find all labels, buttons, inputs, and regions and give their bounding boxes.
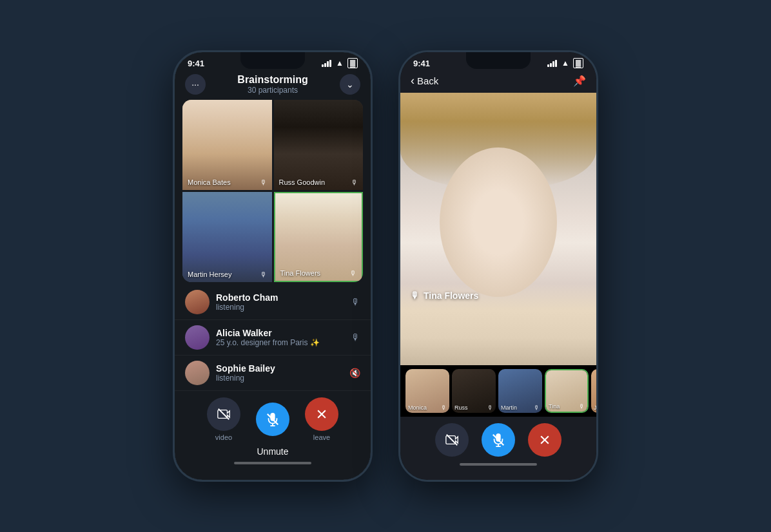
name-alicia: Alicia Walker bbox=[216, 328, 345, 338]
video-icon-2 bbox=[435, 423, 469, 457]
speaker-name: Tina Flowers bbox=[424, 290, 478, 301]
status-sophie: listening bbox=[216, 374, 343, 383]
status-time-2: 9:41 bbox=[413, 59, 430, 68]
video-button[interactable]: video bbox=[207, 397, 240, 441]
home-indicator-2 bbox=[460, 463, 537, 466]
face-oval bbox=[440, 147, 557, 298]
leave-button-2[interactable] bbox=[528, 423, 561, 457]
back-label: Back bbox=[417, 75, 438, 86]
signal-bars-2 bbox=[547, 60, 557, 67]
face-russ bbox=[274, 100, 364, 190]
back-chevron-icon: ‹ bbox=[411, 74, 415, 88]
list-item-mike[interactable]: Mike Lipsey 🎙 bbox=[175, 391, 371, 392]
thumb-mic-tina: 🎙 bbox=[579, 403, 585, 410]
signal-bar-2c bbox=[552, 61, 554, 67]
signal-bar-2 bbox=[324, 63, 326, 67]
signal-bar-4 bbox=[329, 60, 331, 67]
face-monica bbox=[182, 100, 272, 190]
mute-button-2[interactable] bbox=[482, 423, 515, 457]
video-cell-russ[interactable]: Russ Goodwin 🎙 bbox=[274, 100, 364, 190]
video-button-2[interactable] bbox=[435, 423, 469, 457]
info-alicia: Alicia Walker 25 y.o. designer from Pari… bbox=[216, 328, 345, 347]
video-grid: Monica Bates 🎙 Russ Goodwin 🎙 Martin Her… bbox=[182, 100, 363, 282]
mic-icon-alicia: 🎙 bbox=[351, 332, 360, 343]
thumb-russ[interactable]: Russ 🎙 bbox=[452, 369, 496, 413]
phone-detail-view: 9:41 ▲ ▓ ‹ Back bbox=[398, 50, 598, 482]
main-video-view[interactable]: 🎙 Tina Flowers bbox=[400, 93, 596, 365]
call-controls-1: video bbox=[175, 392, 371, 480]
face-martin bbox=[182, 192, 272, 282]
thumb-mic-russ: 🎙 bbox=[487, 404, 493, 411]
scene: 9:41 ▲ ▓ ··· Brains bbox=[0, 0, 771, 532]
battery-icon-1: ▓ bbox=[347, 58, 358, 68]
name-sophie: Sophie Bailey bbox=[216, 363, 343, 374]
name-martin: Martin Hersey bbox=[188, 271, 231, 278]
leave-icon-2 bbox=[528, 423, 561, 457]
thumbnail-strip: Monica 🎙 Russ 🎙 Martin 🎙 Tina 🎙 bbox=[400, 365, 596, 417]
more-button[interactable]: ··· bbox=[185, 74, 206, 95]
video-label: video bbox=[215, 433, 232, 441]
thumb-monica[interactable]: Monica 🎙 bbox=[405, 369, 449, 413]
phone-call-list: 9:41 ▲ ▓ ··· Brains bbox=[173, 50, 373, 482]
thumb-name-jen: Jen bbox=[594, 404, 596, 411]
mic-icon-martin: 🎙 bbox=[260, 271, 267, 278]
thumb-mic-monica: 🎙 bbox=[441, 404, 447, 411]
notch bbox=[240, 52, 305, 69]
call-subtitle: 30 participants bbox=[206, 86, 340, 95]
unmute-label: Unmute bbox=[257, 446, 288, 457]
name-russ: Russ Goodwin bbox=[279, 178, 326, 186]
leave-button[interactable]: leave bbox=[305, 397, 338, 441]
mic-icon-roberto: 🎙 bbox=[351, 297, 360, 307]
thumb-name-russ: Russ bbox=[454, 404, 468, 411]
status-icons-2: ▲ ▓ bbox=[547, 58, 583, 68]
avatar-roberto bbox=[185, 290, 210, 314]
notch-2 bbox=[466, 52, 531, 69]
info-roberto: Roberto Cham listening bbox=[216, 292, 345, 312]
video-icon bbox=[207, 397, 240, 431]
leave-icon bbox=[305, 397, 338, 431]
speaker-label: 🎙 Tina Flowers bbox=[411, 290, 478, 301]
speaker-mic-icon: 🎙 bbox=[411, 290, 420, 301]
mic-icon-tina: 🎙 bbox=[349, 269, 356, 277]
list-item-sophie[interactable]: Sophie Bailey listening 🔇 bbox=[175, 356, 371, 391]
battery-icon-2: ▓ bbox=[573, 58, 583, 68]
thumb-jen[interactable]: Jen 🎙 bbox=[591, 369, 596, 413]
name-roberto: Roberto Cham bbox=[216, 292, 345, 303]
mic-icon-russ: 🎙 bbox=[351, 178, 358, 186]
main-video-bg bbox=[400, 93, 596, 365]
back-button[interactable]: ‹ Back bbox=[411, 74, 438, 88]
avatar-sophie bbox=[185, 361, 210, 385]
status-alicia: 25 y.o. designer from Paris ✨ bbox=[216, 338, 345, 347]
list-item-roberto[interactable]: Roberto Cham listening 🎙 bbox=[175, 285, 371, 320]
video-cell-martin[interactable]: Martin Hersey 🎙 bbox=[182, 192, 272, 282]
status-icons-1: ▲ ▓ bbox=[322, 58, 358, 68]
avatar-alicia bbox=[185, 325, 210, 350]
call-title-block: Brainstorming 30 participants bbox=[206, 74, 340, 95]
wifi-icon-1: ▲ bbox=[336, 59, 344, 68]
thumb-mic-martin: 🎙 bbox=[534, 404, 540, 411]
video-cell-tina[interactable]: Tina Flowers 🎙 bbox=[274, 192, 364, 282]
signal-bar-2b bbox=[550, 63, 552, 67]
mute-icon-2 bbox=[482, 423, 515, 457]
mute-button[interactable] bbox=[256, 403, 289, 436]
video-cell-monica[interactable]: Monica Bates 🎙 bbox=[182, 100, 272, 190]
chevron-down-button[interactable]: ⌄ bbox=[340, 74, 360, 95]
list-item-alicia[interactable]: Alicia Walker 25 y.o. designer from Pari… bbox=[175, 320, 371, 356]
wifi-icon-2: ▲ bbox=[561, 59, 569, 68]
signal-bar-1 bbox=[322, 64, 324, 67]
controls-row-1: video bbox=[185, 397, 360, 441]
status-time-1: 9:41 bbox=[188, 59, 204, 68]
home-indicator-1 bbox=[234, 462, 311, 464]
detail-header: ‹ Back 📌 bbox=[400, 71, 596, 93]
signal-bar-3 bbox=[327, 61, 329, 67]
thumb-martin[interactable]: Martin 🎙 bbox=[498, 369, 542, 413]
participant-list: Roberto Cham listening 🎙 Alicia Walker 2… bbox=[175, 285, 371, 392]
status-roberto: listening bbox=[216, 303, 345, 312]
controls-row-2 bbox=[435, 423, 561, 457]
name-monica: Monica Bates bbox=[188, 178, 231, 186]
pin-icon: 📌 bbox=[573, 75, 586, 86]
mute-icon bbox=[256, 403, 289, 436]
thumb-tina[interactable]: Tina 🎙 bbox=[545, 369, 589, 413]
pin-button[interactable]: 📌 bbox=[573, 75, 586, 87]
call-controls-2 bbox=[400, 417, 596, 480]
